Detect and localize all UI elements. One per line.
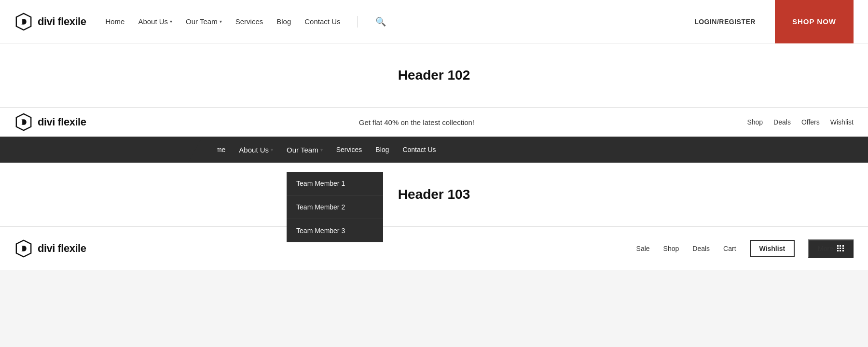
section-1: Header 102 xyxy=(0,43,868,107)
nav3-deals[interactable]: Deals xyxy=(692,245,710,252)
nav1-home[interactable]: Home xyxy=(105,17,124,26)
nav2-contact[interactable]: Contact Us xyxy=(402,146,436,153)
nav3-cart[interactable]: Cart xyxy=(723,245,736,252)
dropdown-team-member-2[interactable]: Team Member 2 xyxy=(287,195,383,219)
section-2: Header 103 xyxy=(0,163,868,226)
svg-rect-3 xyxy=(21,119,22,125)
nav-divider xyxy=(358,16,358,28)
nav1-blog[interactable]: Blog xyxy=(276,17,291,26)
logo-icon-2 xyxy=(14,113,33,131)
svg-rect-1 xyxy=(21,19,22,24)
nav2-about[interactable]: About Us ▾ xyxy=(239,146,273,154)
header-3: divi flexile Sale Shop Deals Cart Wishli… xyxy=(0,226,868,270)
chevron-down-icon-2: ▾ xyxy=(271,147,273,153)
svg-rect-5 xyxy=(21,246,22,251)
grid-icon xyxy=(837,245,844,252)
logo-text-3: divi flexile xyxy=(38,242,86,255)
logo-text-2: divi flexile xyxy=(38,116,86,128)
header2-top-bar: divi flexile Get flat 40% on the latest … xyxy=(0,108,868,137)
chevron-down-icon: ▾ xyxy=(220,19,222,24)
nav2-blog[interactable]: Blog xyxy=(375,146,389,153)
header2-nav-bar: Home About Us ▾ Our Team ▾ Team Member 1… xyxy=(0,137,868,163)
nav3-sale[interactable]: Sale xyxy=(636,245,650,252)
chevron-down-icon-3: ▾ xyxy=(320,147,323,153)
top-link-offers[interactable]: Offers xyxy=(801,118,820,126)
header-1: divi flexile Home About Us ▾ Our Team ▾ … xyxy=(0,0,868,43)
chevron-down-icon: ▾ xyxy=(170,19,172,24)
dropdown-team-member-3[interactable]: Team Member 3 xyxy=(287,219,383,242)
section-2-title: Header 103 xyxy=(0,187,868,202)
promo-text: Get flat 40% on the latest collection! xyxy=(359,118,474,126)
nav2-services[interactable]: Services xyxy=(336,146,362,153)
nav1-services[interactable]: Services xyxy=(235,17,263,26)
more-button[interactable]: More xyxy=(808,239,854,258)
nav2-our-team-container: Our Team ▾ Team Member 1 Team Member 2 T… xyxy=(287,146,323,154)
our-team-dropdown: Team Member 1 Team Member 2 Team Member … xyxy=(287,172,383,242)
nav-1: Home About Us ▾ Our Team ▾ Services Blog… xyxy=(105,16,386,28)
top-link-deals[interactable]: Deals xyxy=(773,118,791,126)
nav-3: Sale Shop Deals Cart Wishlist More xyxy=(636,239,854,258)
header1-right: LOGIN/REGISTER SHOP NOW xyxy=(694,0,854,43)
nav1-our-team[interactable]: Our Team ▾ xyxy=(186,17,222,26)
nav2-home[interactable]: Home xyxy=(207,146,225,153)
top-link-shop[interactable]: Shop xyxy=(747,118,763,126)
wishlist-button[interactable]: Wishlist xyxy=(750,240,795,257)
top-link-wishlist[interactable]: Wishlist xyxy=(830,118,854,126)
header2-top-links: Shop Deals Offers Wishlist xyxy=(747,118,854,126)
section-1-title: Header 102 xyxy=(0,68,868,83)
nav2-our-team[interactable]: Our Team ▾ xyxy=(287,146,323,154)
nav1-contact[interactable]: Contact Us xyxy=(304,17,340,26)
login-register-link[interactable]: LOGIN/REGISTER xyxy=(694,18,756,26)
header-2-wrapper: divi flexile Get flat 40% on the latest … xyxy=(0,107,868,226)
logo-icon-1 xyxy=(14,13,33,31)
logo-text-1: divi flexile xyxy=(38,15,86,28)
nav1-about[interactable]: About Us ▾ xyxy=(138,17,172,26)
logo-icon-3 xyxy=(14,239,33,258)
logo-3[interactable]: divi flexile xyxy=(14,239,86,258)
nav3-shop[interactable]: Shop xyxy=(663,245,679,252)
logo-2[interactable]: divi flexile xyxy=(14,113,86,131)
shop-now-button[interactable]: SHOP NOW xyxy=(775,0,854,43)
dropdown-team-member-1[interactable]: Team Member 1 xyxy=(287,172,383,195)
logo-1[interactable]: divi flexile xyxy=(14,13,86,31)
nav-2: Home About Us ▾ Our Team ▾ Team Member 1… xyxy=(207,146,451,154)
search-icon[interactable]: 🔍 xyxy=(375,16,386,27)
